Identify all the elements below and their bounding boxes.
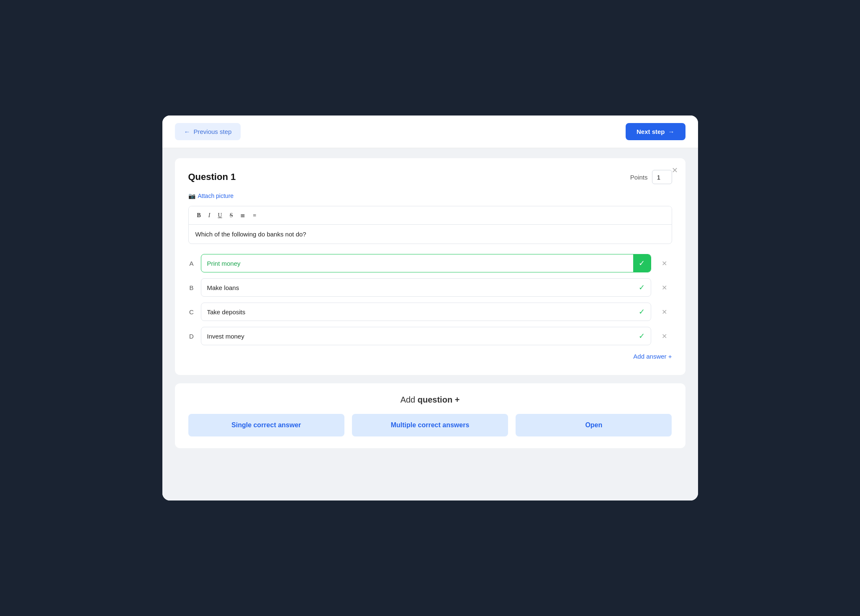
close-button[interactable]: ✕ [672, 166, 678, 175]
strikethrough-button[interactable]: S [227, 210, 236, 220]
arrow-left-icon: ← [184, 128, 190, 135]
answer-row: A ✓ ✕ [188, 254, 672, 272]
answers-list: A ✓ ✕ B ✓ ✕ [188, 254, 672, 345]
answer-input-a[interactable] [201, 255, 633, 272]
attach-label: Attach picture [198, 192, 234, 199]
check-button-c[interactable]: ✓ [633, 303, 651, 321]
underline-button[interactable]: U [216, 210, 225, 220]
italic-button[interactable]: I [206, 210, 213, 220]
question-text[interactable]: Which of the following do banks not do? [189, 225, 672, 244]
open-button[interactable]: Open [516, 414, 672, 436]
answer-input-wrap-d: ✓ [201, 327, 651, 345]
answer-letter-b: B [188, 284, 195, 291]
next-label: Next step [637, 128, 665, 135]
answer-row: C ✓ ✕ [188, 303, 672, 321]
answer-input-wrap-a: ✓ [201, 254, 651, 272]
answer-letter-a: A [188, 260, 195, 267]
image-icon: 📷 [188, 192, 195, 199]
points-input[interactable] [652, 170, 672, 184]
check-button-b[interactable]: ✓ [633, 279, 651, 296]
delete-button-d[interactable]: ✕ [657, 329, 672, 344]
top-bar: ← Previous step Next step → [162, 116, 698, 148]
delete-button-c[interactable]: ✕ [657, 304, 672, 319]
answer-input-wrap-c: ✓ [201, 303, 651, 321]
arrow-right-icon: → [668, 128, 675, 135]
add-question-section: Add question + Single correct answer Mul… [175, 383, 685, 448]
editor-toolbar: B I U S ≣ ≡ [189, 206, 672, 225]
next-step-button[interactable]: Next step → [626, 123, 685, 140]
check-button-a[interactable]: ✓ [633, 254, 651, 272]
answer-letter-c: C [188, 308, 195, 316]
single-correct-answer-button[interactable]: Single correct answer [188, 414, 344, 436]
unordered-list-button[interactable]: ≡ [250, 210, 259, 220]
check-button-d[interactable]: ✓ [633, 327, 651, 345]
answer-row: B ✓ ✕ [188, 278, 672, 297]
answer-row: D ✓ ✕ [188, 327, 672, 345]
answer-letter-d: D [188, 333, 195, 340]
main-content: ✕ Question 1 Points 📷 Attach picture B I… [162, 148, 698, 501]
previous-step-button[interactable]: ← Previous step [175, 123, 241, 140]
prev-label: Previous step [194, 128, 232, 135]
answer-input-c[interactable] [201, 304, 633, 320]
question-header: Question 1 Points [188, 170, 672, 184]
points-container: Points [630, 170, 672, 184]
add-prefix: Add [400, 395, 418, 404]
multiple-correct-answers-button[interactable]: Multiple correct answers [352, 414, 508, 436]
add-suffix: question + [418, 395, 460, 404]
main-window: ← Previous step Next step → ✕ Question 1… [162, 116, 698, 501]
ordered-list-button[interactable]: ≣ [238, 210, 248, 220]
delete-button-b[interactable]: ✕ [657, 280, 672, 295]
answer-input-wrap-b: ✓ [201, 278, 651, 297]
attach-picture-button[interactable]: 📷 Attach picture [188, 192, 672, 199]
add-question-title: Add question + [188, 395, 672, 405]
answer-input-d[interactable] [201, 328, 633, 344]
question-card: ✕ Question 1 Points 📷 Attach picture B I… [175, 158, 685, 375]
question-editor: B I U S ≣ ≡ Which of the following do ba… [188, 206, 672, 244]
answer-input-b[interactable] [201, 280, 633, 296]
points-label: Points [630, 174, 648, 181]
bold-button[interactable]: B [195, 210, 203, 220]
question-type-buttons: Single correct answer Multiple correct a… [188, 414, 672, 436]
add-answer-button[interactable]: Add answer + [188, 353, 672, 360]
delete-button-a[interactable]: ✕ [657, 256, 672, 271]
question-title: Question 1 [188, 172, 236, 182]
